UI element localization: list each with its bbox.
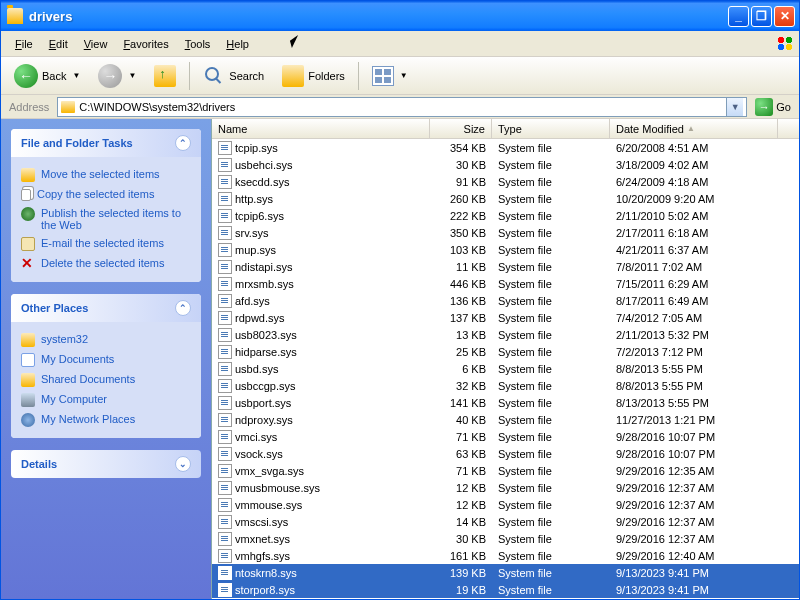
panel-header[interactable]: Details ⌄ — [11, 450, 201, 478]
file-row[interactable]: vmmouse.sys12 KBSystem file9/29/2016 12:… — [212, 496, 799, 513]
file-list[interactable]: tcpip.sys354 KBSystem file6/20/2008 4:51… — [212, 139, 799, 599]
minimize-button[interactable]: _ — [728, 6, 749, 27]
file-row[interactable]: vmusbmouse.sys12 KBSystem file9/29/2016 … — [212, 479, 799, 496]
file-type: System file — [492, 329, 610, 341]
file-size: 137 KB — [430, 312, 492, 324]
file-row[interactable]: tcpip6.sys222 KBSystem file2/11/2010 5:0… — [212, 207, 799, 224]
file-type: System file — [492, 363, 610, 375]
views-button[interactable]: ▼ — [365, 62, 415, 90]
column-header-size[interactable]: Size — [430, 119, 492, 138]
forward-button[interactable]: → ▼ — [91, 60, 143, 92]
file-row[interactable]: vmscsi.sys14 KBSystem file9/29/2016 12:3… — [212, 513, 799, 530]
menu-help[interactable]: Help — [218, 35, 257, 53]
place-link[interactable]: My Computer — [21, 390, 191, 410]
column-header-type[interactable]: Type — [492, 119, 610, 138]
other-places-panel: Other Places ⌃ system32My DocumentsShare… — [11, 294, 201, 438]
panel-title: Details — [21, 458, 57, 470]
file-row[interactable]: srv.sys350 KBSystem file2/17/2011 6:18 A… — [212, 224, 799, 241]
file-row[interactable]: afd.sys136 KBSystem file8/17/2011 6:49 A… — [212, 292, 799, 309]
column-header-name[interactable]: Name — [212, 119, 430, 138]
menu-label: File — [15, 38, 33, 50]
file-date: 7/8/2011 7:02 AM — [610, 261, 778, 273]
file-date: 9/29/2016 12:37 AM — [610, 533, 778, 545]
back-button[interactable]: ← Back ▼ — [7, 60, 87, 92]
file-name: mup.sys — [235, 244, 276, 256]
panel-header[interactable]: Other Places ⌃ — [11, 294, 201, 322]
address-dropdown[interactable]: ▼ — [726, 98, 743, 116]
file-icon — [218, 379, 232, 393]
file-row[interactable]: ndistapi.sys11 KBSystem file7/8/2011 7:0… — [212, 258, 799, 275]
file-row[interactable]: http.sys260 KBSystem file10/20/2009 9:20… — [212, 190, 799, 207]
file-date: 7/2/2013 7:12 PM — [610, 346, 778, 358]
task-link[interactable]: Publish the selected items to the Web — [21, 204, 191, 234]
place-icon — [21, 353, 35, 367]
file-type: System file — [492, 159, 610, 171]
up-button[interactable] — [147, 61, 183, 91]
chevron-down-icon[interactable]: ⌄ — [175, 456, 191, 472]
file-row[interactable]: vsock.sys63 KBSystem file9/28/2016 10:07… — [212, 445, 799, 462]
maximize-button[interactable]: ❐ — [751, 6, 772, 27]
go-button[interactable]: → Go — [751, 97, 795, 117]
file-row[interactable]: mrxsmb.sys446 KBSystem file7/15/2011 6:2… — [212, 275, 799, 292]
place-link[interactable]: My Network Places — [21, 410, 191, 430]
task-link[interactable]: Copy the selected items — [21, 185, 191, 204]
menu-tools[interactable]: Tools — [177, 35, 219, 53]
address-input[interactable]: C:\WINDOWS\system32\drivers ▼ — [57, 97, 747, 117]
file-row[interactable]: usb8023.sys13 KBSystem file2/11/2013 5:3… — [212, 326, 799, 343]
menu-favorites[interactable]: Favorites — [115, 35, 176, 53]
column-header-date[interactable]: Date Modified▲ — [610, 119, 778, 138]
file-name: usbd.sys — [235, 363, 278, 375]
file-date: 10/20/2009 9:20 AM — [610, 193, 778, 205]
file-type: System file — [492, 261, 610, 273]
file-row[interactable]: usbd.sys6 KBSystem file8/8/2013 5:55 PM — [212, 360, 799, 377]
menu-label: Edit — [49, 38, 68, 50]
folders-button[interactable]: Folders — [275, 61, 352, 91]
window-title: drivers — [29, 9, 728, 24]
file-row[interactable]: usbehci.sys30 KBSystem file3/18/2009 4:0… — [212, 156, 799, 173]
task-link[interactable]: ✕Delete the selected items — [21, 254, 191, 274]
file-row[interactable]: ndproxy.sys40 KBSystem file11/27/2013 1:… — [212, 411, 799, 428]
place-link[interactable]: system32 — [21, 330, 191, 350]
file-row[interactable]: tcpip.sys354 KBSystem file6/20/2008 4:51… — [212, 139, 799, 156]
file-type: System file — [492, 482, 610, 494]
file-type: System file — [492, 499, 610, 511]
place-link[interactable]: Shared Documents — [21, 370, 191, 390]
menu-file[interactable]: File — [7, 35, 41, 53]
search-button[interactable]: Search — [196, 61, 271, 91]
file-row[interactable]: ntoskrn8.sys139 KBSystem file9/13/2023 9… — [212, 564, 799, 581]
place-icon — [21, 393, 35, 407]
file-date: 8/13/2013 5:55 PM — [610, 397, 778, 409]
place-link[interactable]: My Documents — [21, 350, 191, 370]
file-row[interactable]: vmx_svga.sys71 KBSystem file9/29/2016 12… — [212, 462, 799, 479]
file-row[interactable]: usbport.sys141 KBSystem file8/13/2013 5:… — [212, 394, 799, 411]
file-type: System file — [492, 584, 610, 596]
file-row[interactable]: vmxnet.sys30 KBSystem file9/29/2016 12:3… — [212, 530, 799, 547]
title-bar[interactable]: drivers _ ❐ ✕ — [1, 1, 799, 31]
file-date: 9/29/2016 12:37 AM — [610, 516, 778, 528]
file-row[interactable]: mup.sys103 KBSystem file4/21/2011 6:37 A… — [212, 241, 799, 258]
file-date: 8/17/2011 6:49 AM — [610, 295, 778, 307]
file-size: 71 KB — [430, 431, 492, 443]
file-row[interactable]: hidparse.sys25 KBSystem file7/2/2013 7:1… — [212, 343, 799, 360]
menu-view[interactable]: View — [76, 35, 116, 53]
close-button[interactable]: ✕ — [774, 6, 795, 27]
file-icon — [218, 413, 232, 427]
file-type: System file — [492, 516, 610, 528]
chevron-down-icon[interactable]: ▼ — [400, 71, 408, 80]
file-row[interactable]: usbccgp.sys32 KBSystem file8/8/2013 5:55… — [212, 377, 799, 394]
task-link[interactable]: Move the selected items — [21, 165, 191, 185]
panel-header[interactable]: File and Folder Tasks ⌃ — [11, 129, 201, 157]
chevron-down-icon[interactable]: ▼ — [72, 71, 80, 80]
menu-edit[interactable]: Edit — [41, 35, 76, 53]
file-row[interactable]: vmhgfs.sys161 KBSystem file9/29/2016 12:… — [212, 547, 799, 564]
file-name: vmusbmouse.sys — [235, 482, 320, 494]
file-icon — [218, 158, 232, 172]
chevron-down-icon[interactable]: ▼ — [128, 71, 136, 80]
task-link[interactable]: E-mail the selected items — [21, 234, 191, 254]
chevron-up-icon[interactable]: ⌃ — [175, 135, 191, 151]
file-row[interactable]: storpor8.sys19 KBSystem file9/13/2023 9:… — [212, 581, 799, 598]
file-row[interactable]: vmci.sys71 KBSystem file9/28/2016 10:07 … — [212, 428, 799, 445]
file-row[interactable]: ksecdd.sys91 KBSystem file6/24/2009 4:18… — [212, 173, 799, 190]
chevron-up-icon[interactable]: ⌃ — [175, 300, 191, 316]
file-row[interactable]: rdpwd.sys137 KBSystem file7/4/2012 7:05 … — [212, 309, 799, 326]
